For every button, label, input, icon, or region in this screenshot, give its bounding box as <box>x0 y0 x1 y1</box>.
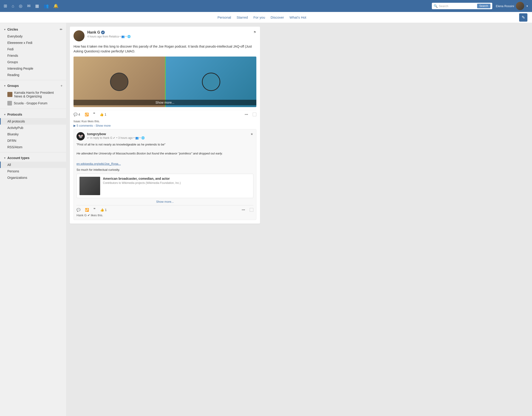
sidebar-item-rssatom[interactable]: RSS/Atom <box>0 144 66 150</box>
people-icon[interactable]: 👥 <box>44 3 49 9</box>
divider-3 <box>0 152 66 152</box>
sidebar-item-scuola[interactable]: Scuola - Gruppo Forum <box>0 99 66 107</box>
post-meta: 4 hours ago from Relatica • 👥 • 🌐 <box>87 35 131 38</box>
tab-personal[interactable]: Personal <box>218 13 231 22</box>
calendar-icon[interactable]: ▦ <box>35 3 39 9</box>
wiki-show-more[interactable]: Show more... <box>76 200 253 203</box>
tab-whatshot[interactable]: What's Hot <box>289 13 306 22</box>
avatar[interactable] <box>74 30 85 41</box>
quote-action[interactable]: " <box>93 112 95 117</box>
comment-like-action[interactable]: 👍 1 <box>100 208 107 212</box>
comment-repost-icon: 🔁 <box>85 208 89 212</box>
comment-more-icon: ••• <box>242 208 245 212</box>
comment-like-icon: 👍 <box>100 208 104 212</box>
wiki-preview-title: American broadcaster, comedian, and acto… <box>103 177 250 180</box>
groups-arrow-icon: ▼ <box>4 85 6 87</box>
groups-header[interactable]: ▼ Groups + <box>0 82 66 89</box>
mail-icon[interactable]: ✉ <box>27 3 30 9</box>
groups-label: Groups <box>7 84 19 87</box>
wiki-link[interactable]: en.wikipedia.org/wiki/Joe_Roga... <box>76 162 253 166</box>
post-header: Hank G ✔ 4 hours ago from Relatica • 👥 •… <box>74 30 256 41</box>
comment-author-info: tomgrzybow ↩ in reply to Hank G ✔ • 3 ho… <box>87 132 145 139</box>
search-area: 🔍 Search <box>432 3 492 9</box>
chevron-down-icon: ▼ <box>526 5 528 7</box>
circles-header[interactable]: ▼ Circles ✏ <box>0 26 66 33</box>
user-name: Elena Rossini <box>496 4 514 8</box>
comment-more-action[interactable]: ••• <box>242 208 245 212</box>
wiki-preview-sub: Contributors to Wikimedia projects (Wiki… <box>103 181 250 184</box>
comment-avatar[interactable]: 🐭 <box>76 132 85 140</box>
sidebar-item-organizations[interactable]: Organizations <box>0 174 66 181</box>
grid-icon[interactable]: ⊞ <box>4 3 7 9</box>
sidebar-item-all-protocols[interactable]: All protocols <box>0 118 66 125</box>
account-types-header[interactable]: ▼ Account types <box>0 154 66 162</box>
post-card: Hank G ✔ 4 hours ago from Relatica • 👥 •… <box>70 27 260 224</box>
search-input[interactable] <box>439 4 476 8</box>
main-content: Hank G ✔ 4 hours ago from Relatica • 👥 •… <box>66 23 264 416</box>
divider-2 <box>0 109 66 109</box>
account-types-section: ▼ Account types All Persons Organization… <box>0 154 66 181</box>
compose-button[interactable]: ✎ <box>519 13 527 22</box>
comment-author-area: 🐭 tomgrzybow ↩ in reply to Hank G ✔ • 3 … <box>76 132 145 140</box>
comment-body: "First of all he is not nearly as knowle… <box>76 142 253 172</box>
comment-action[interactable]: 💬 4 <box>74 113 80 116</box>
home-icon[interactable]: ⌂ <box>12 4 14 9</box>
repost-action[interactable]: 🔁 <box>85 113 89 116</box>
verified-icon: ✔ <box>101 30 105 34</box>
post-image[interactable]: Show more... <box>74 57 256 107</box>
target-icon[interactable]: ◎ <box>19 3 22 9</box>
more-action[interactable]: ••• <box>245 113 248 116</box>
tab-discover[interactable]: Discover <box>271 13 284 22</box>
sidebar-item-activitypub[interactable]: ActivityPub <box>0 125 66 131</box>
like-action[interactable]: 👍 1 <box>100 113 106 116</box>
groups-add-icon[interactable]: + <box>61 84 62 87</box>
tab-starred[interactable]: Starred <box>237 13 248 22</box>
wiki-preview[interactable]: American broadcaster, comedian, and acto… <box>76 174 253 198</box>
protocols-section: ▼ Protocols All protocols ActivityPub Bl… <box>0 111 66 150</box>
comment-author-name: tomgrzybow <box>87 132 145 136</box>
sidebar-item-groups[interactable]: Groups <box>0 59 66 65</box>
sidebar-item-dfrn[interactable]: DFRN <box>0 137 66 144</box>
sidebar-item-fedi[interactable]: Fedi <box>0 46 66 52</box>
comment-quote-action[interactable]: " <box>94 207 95 212</box>
comment-meta: ↩ in reply to Hank G ✔ • 3 hours ago • 👥… <box>87 136 145 139</box>
wiki-preview-content: American broadcaster, comedian, and acto… <box>103 177 250 195</box>
sidebar-item-eleeeeeeee[interactable]: Eleeeeeee x Fedi <box>0 39 66 46</box>
sidebar-item-kamala[interactable]: Kamala Harris for President News & Organ… <box>0 89 66 99</box>
post-image-label[interactable]: Show more... <box>74 100 256 105</box>
account-types-arrow-icon: ▼ <box>4 157 6 159</box>
comment-header: 🐭 tomgrzybow ↩ in reply to Hank G ✔ • 3 … <box>76 132 253 140</box>
sidebar-item-everybody[interactable]: Everybody <box>0 33 66 39</box>
comment-checkbox[interactable] <box>250 208 253 212</box>
layout: ▼ Circles ✏ Everybody Eleeeeeee x Fedi F… <box>0 23 532 416</box>
comments-toggle[interactable]: ▶ 5 comments - Show more <box>74 124 256 127</box>
sidebar-item-bluesky[interactable]: Bluesky <box>0 131 66 137</box>
comment-reply-action[interactable]: 💬 <box>76 208 80 212</box>
checkbox[interactable] <box>253 113 256 116</box>
post-top-right[interactable]: ⚑ <box>253 30 256 34</box>
groups-section: ▼ Groups + Kamala Harris for President N… <box>0 82 66 107</box>
star-icon[interactable]: ★ <box>250 132 253 136</box>
bell-icon[interactable]: 🔔 <box>53 3 58 9</box>
nav-icons: ⊞ ⌂ ◎ ✉ ▦ 👥 🔔 <box>4 3 428 9</box>
secondary-navigation: Personal Starred For you Discover What's… <box>0 12 532 23</box>
circles-arrow-icon: ▼ <box>4 28 6 31</box>
post-flag-icon[interactable]: ⚑ <box>253 30 256 34</box>
comment-icon: 💬 <box>74 113 77 116</box>
post-likes-text: Isaac Kuo likes this. <box>74 119 256 123</box>
circles-edit-icon[interactable]: ✏ <box>60 28 62 31</box>
user-area[interactable]: Elena Rossini ▼ <box>496 2 528 10</box>
post-author-area: Hank G ✔ 4 hours ago from Relatica • 👥 •… <box>74 30 131 41</box>
sidebar-item-all-types[interactable]: All <box>0 162 66 168</box>
sidebar-item-friends[interactable]: Friends <box>0 52 66 59</box>
group-icon-kamala <box>7 92 12 97</box>
sidebar-item-interesting-people[interactable]: Interesting People <box>0 65 66 72</box>
sidebar-item-persons[interactable]: Persons <box>0 168 66 174</box>
comment-repost-action[interactable]: 🔁 <box>85 208 89 212</box>
protocols-header[interactable]: ▼ Protocols <box>0 111 66 118</box>
sidebar-item-reading[interactable]: Reading <box>0 72 66 78</box>
tab-foryou[interactable]: For you <box>253 13 265 22</box>
post-author-info: Hank G ✔ 4 hours ago from Relatica • 👥 •… <box>87 30 131 38</box>
top-navigation: ⊞ ⌂ ◎ ✉ ▦ 👥 🔔 🔍 Search Elena Rossini ▼ <box>0 0 532 12</box>
search-button[interactable]: Search <box>477 4 490 8</box>
